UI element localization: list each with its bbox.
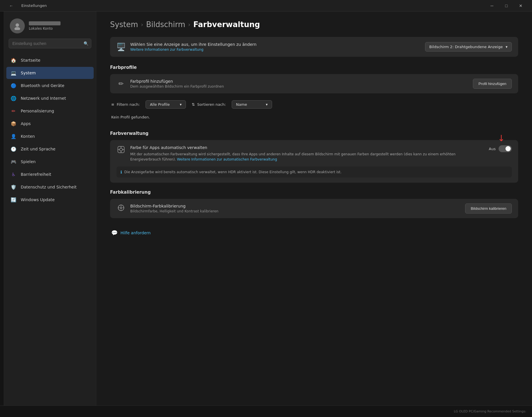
breadcrumb-separator: › (141, 21, 143, 28)
monitor-icon: 🖥️ (116, 43, 126, 51)
nav-icon-apps: 📦 (10, 120, 17, 127)
sidebar-item-datenschutz[interactable]: 🛡️ Datenschutz und Sicherheit (6, 181, 94, 193)
nav-list: 🏠 Startseite 💻 System 🔵 Bluetooth und Ge… (4, 53, 96, 405)
breadcrumb-item-0[interactable]: System (110, 20, 138, 29)
display-info-link[interactable]: Weitere Informationen zur Farbverwaltung (130, 48, 256, 52)
calibration-left: Bildschirm-Farbkalibrierung Bildschirmfa… (116, 204, 218, 213)
color-management-toggle[interactable] (499, 145, 512, 152)
nav-icon-barrierefreiheit: ♿ (10, 171, 17, 178)
display-selector-title: Wählen Sie eine Anzeige aus, um ihre Ein… (130, 42, 256, 47)
chevron-down-icon: ▾ (505, 45, 508, 49)
nav-label-netzwerk: Netzwerk und Internet (21, 96, 66, 101)
farbkalibrierung-header: Farbkalibrierung (110, 190, 518, 195)
display-selector-card: 🖥️ Wählen Sie eine Anzeige aus, um ihre … (110, 37, 518, 57)
breadcrumb-item-2: Farbverwaltung (193, 20, 260, 29)
titlebar: ← Einstellungen ─ □ ✕ (0, 0, 532, 12)
nav-icon-zeit: 🕐 (10, 146, 17, 152)
add-profile-subtitle: Dem ausgewählten Bildschirm ein Farbprof… (130, 84, 224, 88)
add-profile-title: Farbprofil hinzufügen (130, 79, 224, 84)
farbverwaltung-link[interactable]: Weitere Informationen zur automatischen … (177, 157, 277, 161)
sidebar-item-konten[interactable]: 👤 Konten (6, 130, 94, 142)
sidebar-item-bluetooth[interactable]: 🔵 Bluetooth und Geräte (6, 80, 94, 92)
nav-label-spielen: Spielen (21, 159, 36, 164)
nav-label-windows_update: Windows Update (21, 197, 55, 202)
add-profile-button[interactable]: Profil hinzufügen (473, 79, 512, 89)
app-body: Lokales Konto 🔍 🏠 Startseite 💻 System 🔵 … (0, 12, 532, 405)
sidebar-item-personal[interactable]: ✏️ Personalisierung (6, 105, 94, 117)
help-icon: 💬 (111, 230, 118, 236)
nav-icon-bluetooth: 🔵 (10, 82, 17, 89)
calibration-title: Bildschirm-Farbkalibrierung (130, 204, 218, 208)
search-input[interactable] (9, 39, 91, 48)
display-dropdown[interactable]: Bildschirm 2: Drahtgebundene Anzeige ▾ (425, 42, 512, 52)
filter-chevron-icon: ▾ (180, 102, 182, 107)
sidebar-item-windows_update[interactable]: 🔄 Windows Update (6, 194, 94, 206)
nav-label-system: System (21, 71, 36, 75)
nav-label-bluetooth: Bluetooth und Geräte (21, 83, 64, 88)
close-button[interactable]: ✕ (514, 1, 527, 10)
svg-point-9 (120, 207, 122, 209)
sort-chevron-icon: ▾ (266, 102, 268, 107)
display-dropdown-label: Bildschirm 2: Drahtgebundene Anzeige (429, 45, 503, 49)
nav-label-barrierefreiheit: Barrierefreiheit (21, 172, 51, 177)
farbverwaltung-section: Farbverwaltung Farbe f (110, 131, 518, 183)
sort-label: ⇅ Sortieren nach: (192, 102, 226, 107)
breadcrumb-separator: › (188, 21, 190, 28)
nav-icon-system: 💻 (10, 70, 17, 76)
no-profile-text: Kein Profil gefunden. (110, 114, 518, 124)
main-content: System›Bildschirm›Farbverwaltung 🖥️ Wähl… (96, 12, 532, 405)
filter-lines-icon: ≡ (111, 102, 114, 107)
help-row[interactable]: 💬 Hilfe anfordern (110, 225, 518, 240)
nav-label-apps: Apps (21, 121, 31, 126)
nav-label-personal: Personalisierung (21, 109, 54, 113)
nav-label-konten: Konten (21, 134, 35, 139)
farbverwaltung-desc: Mit der automatischen Farbverwaltung wir… (130, 152, 478, 162)
user-name-bar (29, 21, 61, 25)
nav-icon-windows_update: 🔄 (10, 197, 17, 203)
color-settings-icon (116, 146, 126, 155)
search-container: 🔍 (4, 39, 96, 53)
back-button[interactable]: ← (5, 1, 18, 10)
sidebar-item-netzwerk[interactable]: 🌐 Netzwerk und Internet (6, 92, 94, 104)
farbprofile-header: Farbprofile (110, 65, 518, 70)
sidebar-item-zeit[interactable]: 🕐 Zeit und Sprache (6, 143, 94, 155)
maximize-button[interactable]: □ (500, 1, 513, 10)
sort-value: Name (236, 102, 247, 107)
help-label: Hilfe anfordern (120, 231, 151, 235)
farbverwaltung-card: Farbe für Apps automatisch verwalten Mit… (110, 140, 518, 183)
nav-label-zeit: Zeit und Sprache (21, 147, 55, 151)
user-label: Lokales Konto (29, 27, 61, 31)
sidebar-item-system[interactable]: 💻 System (6, 67, 94, 79)
calibrate-button[interactable]: Bildschirm kalibrieren (465, 203, 512, 214)
red-arrow-icon: ↓ (498, 133, 505, 143)
svg-point-3 (120, 148, 122, 151)
nav-icon-spielen: 🎮 (10, 159, 17, 165)
sidebar-item-apps[interactable]: 📦 Apps (6, 118, 94, 130)
sidebar-user: Lokales Konto (4, 12, 96, 39)
nav-label-startseite: Startseite (21, 58, 40, 63)
left-edge (0, 12, 4, 405)
farbverwaltung-header: Farbverwaltung (110, 131, 518, 136)
toggle-container: ↓ Aus (489, 145, 512, 152)
filter-row: ≡ Filtern nach: Alle Profile ▾ ⇅ Sortier… (110, 96, 518, 113)
sidebar-item-barrierefreiheit[interactable]: ♿ Barrierefreiheit (6, 168, 94, 180)
minimize-button[interactable]: ─ (485, 1, 499, 10)
sidebar-item-startseite[interactable]: 🏠 Startseite (6, 54, 94, 66)
farbverwaltung-title: Farbe für Apps automatisch verwalten (130, 145, 478, 150)
info-note: ℹ️ Die Anzeigefarbe wird bereits automat… (116, 167, 512, 178)
sidebar-item-spielen[interactable]: 🎮 Spielen (6, 156, 94, 168)
filter-label-text: Filtern nach: (117, 102, 140, 107)
add-profile-text: Farbprofil hinzufügen Dem ausgewählten B… (130, 79, 224, 88)
bottom-bar-text: LG OLED PC/Gaming Recommended Settings: (454, 410, 526, 413)
farbverwaltung-content: Farbe für Apps automatisch verwalten Mit… (130, 145, 478, 163)
toggle-label: Aus (489, 147, 496, 151)
search-wrap: 🔍 (9, 39, 91, 48)
add-profile-left: ✏️ Farbprofil hinzufügen Dem ausgewählte… (116, 79, 224, 88)
sort-dropdown[interactable]: Name ▾ (232, 100, 272, 109)
nav-icon-startseite: 🏠 (10, 57, 17, 63)
farbkalibrierung-section: Farbkalibrierung Bilds (110, 190, 518, 218)
filter-dropdown[interactable]: Alle Profile ▾ (146, 100, 186, 109)
svg-point-1 (14, 27, 20, 30)
sort-label-text: Sortieren nach: (197, 102, 226, 107)
breadcrumb-item-1[interactable]: Bildschirm (146, 20, 185, 29)
